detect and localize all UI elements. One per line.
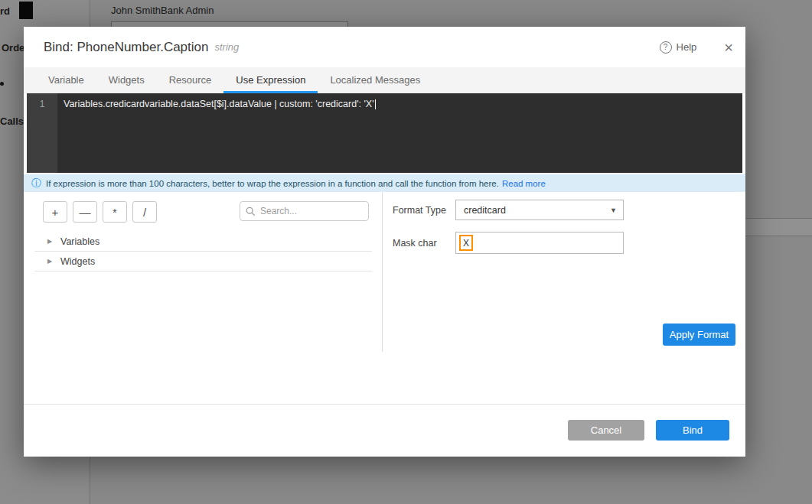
mask-char-label: Mask char [393,238,455,249]
tree-item-widgets[interactable]: ▶ Widgets [34,252,372,272]
tree-item-label: Widgets [60,256,95,267]
chevron-down-icon: ▼ [610,206,617,214]
tab-resource[interactable]: Resource [157,67,224,93]
format-type-label: Format Type [393,205,455,216]
format-type-select[interactable]: creditcard ▼ [455,200,624,220]
mask-char-input[interactable]: X [455,232,624,254]
tab-widgets[interactable]: Widgets [96,67,157,93]
editor-code-line[interactable]: Variables.credicardvariable.dataSet[$i].… [57,93,742,173]
tab-variable[interactable]: Variable [36,67,96,93]
dialog-titlebar: Bind: PhoneNumber.Caption string ? Help … [24,27,745,67]
mask-char-selected-value: X [459,235,473,251]
expression-builder-panel: + — * / ▶ Variables ▶ Widgets [24,192,383,352]
editor-line-number: 1 [27,93,57,173]
dialog-footer: Cancel Bind [24,404,745,457]
binding-source-tree: ▶ Variables ▶ Widgets [34,232,372,272]
chevron-right-icon[interactable]: ▶ [47,258,56,265]
text-cursor [375,99,376,109]
tab-localized-messages[interactable]: Localized Messages [318,67,432,93]
dialog-tabs: Variable Widgets Resource Use Expression… [24,67,745,93]
tree-item-variables[interactable]: ▶ Variables [34,232,372,252]
expression-text: Variables.credicardvariable.dataSet[$i].… [64,99,374,109]
close-icon[interactable]: × [724,40,733,55]
search-icon [246,206,256,219]
read-more-link[interactable]: Read more [502,179,546,188]
operator-toolbar: + — * / [43,201,157,223]
search-input[interactable] [240,201,369,221]
expression-info-bar: ⓘ If expression is more than 100 charact… [24,174,745,192]
multiply-operator-button[interactable]: * [103,201,127,223]
minus-operator-button[interactable]: — [73,201,97,223]
bind-dialog: Bind: PhoneNumber.Caption string ? Help … [24,27,745,457]
tree-item-label: Variables [60,236,99,247]
dialog-title: Bind: PhoneNumber.Caption [44,40,208,55]
plus-operator-button[interactable]: + [43,201,67,223]
mask-char-row: Mask char X [393,232,745,254]
chevron-right-icon[interactable]: ▶ [47,238,56,245]
format-type-row: Format Type creditcard ▼ [393,200,745,220]
info-icon: ⓘ [31,177,41,190]
dialog-body-split: + — * / ▶ Variables ▶ Widgets [24,192,745,352]
search-box [240,201,369,221]
dialog-title-type-hint: string [214,41,239,53]
bind-button[interactable]: Bind [656,420,729,441]
format-type-value: creditcard [464,205,506,216]
help-link[interactable]: Help [677,41,697,53]
apply-format-button[interactable]: Apply Format [663,324,735,346]
help-icon[interactable]: ? [660,41,672,54]
info-text: If expression is more than 100 character… [46,179,499,188]
format-panel: Format Type creditcard ▼ Mask char X App… [383,192,745,352]
expression-code-editor[interactable]: 1 Variables.credicardvariable.dataSet[$i… [27,93,742,173]
tab-use-expression[interactable]: Use Expression [223,67,318,93]
divide-operator-button[interactable]: / [132,201,157,223]
cancel-button[interactable]: Cancel [568,420,644,441]
